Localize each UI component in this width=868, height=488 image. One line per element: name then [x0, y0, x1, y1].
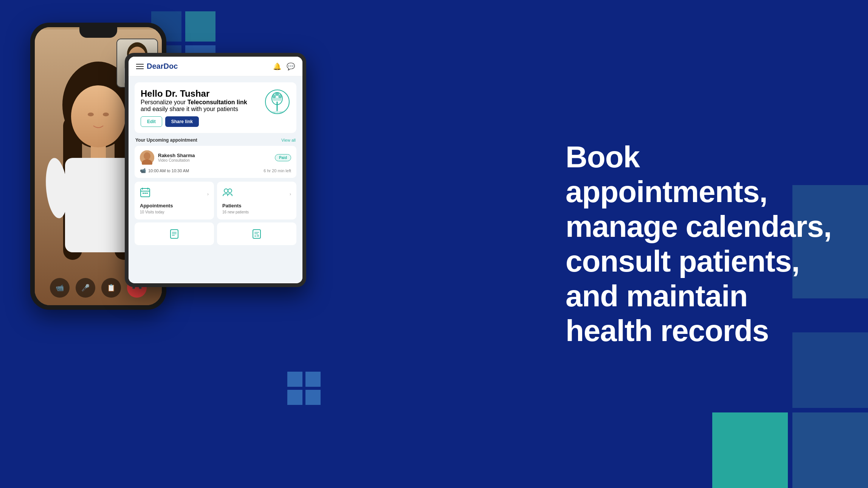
- appt-info: Rakesh Sharma Video Consultation: [158, 153, 195, 162]
- app-body: Hello Dr. Tushar Personalize your Teleco…: [129, 76, 302, 282]
- deco-br-squares: [712, 332, 868, 488]
- logo-name: DearDoc: [147, 62, 178, 70]
- svg-rect-29: [144, 193, 146, 194]
- appt-time-text: 10:00 AM to 10:30 AM: [148, 168, 189, 173]
- records-icon: [169, 229, 179, 239]
- patients-title: Patients: [222, 203, 291, 208]
- svg-rect-28: [143, 193, 144, 194]
- patients-icon: [222, 187, 233, 200]
- calendar-icon: [140, 187, 150, 198]
- chat-icon[interactable]: 💬: [287, 62, 295, 71]
- appt-top: Rakesh Sharma Video Consultation Paid: [140, 150, 291, 165]
- hello-buttons: Edit Share link: [141, 116, 247, 127]
- svg-rect-8: [65, 158, 132, 252]
- video-toggle-btn[interactable]: 📹: [50, 278, 70, 298]
- reports-icon: [252, 229, 262, 239]
- app-logo: DearDoc: [136, 62, 178, 71]
- bell-icon[interactable]: 🔔: [273, 62, 281, 71]
- patients-subtitle: 16 new patients: [222, 210, 291, 214]
- appt-card-top: ›: [140, 187, 209, 201]
- tablet-frame: DearDoc 🔔 💬 Hello Dr. Tushar Personalize…: [125, 53, 306, 287]
- edit-button[interactable]: Edit: [141, 116, 162, 127]
- patient-avatar: [140, 150, 154, 165]
- health-logo: HEALTH CARE: [264, 88, 290, 115]
- appt-avatar: [140, 150, 154, 165]
- health-tree-icon: [268, 90, 287, 111]
- hello-section: Hello Dr. Tushar Personalize your Teleco…: [135, 82, 296, 133]
- patients-arrow: ›: [290, 191, 291, 197]
- hello-text: Hello Dr. Tushar Personalize your Teleco…: [141, 88, 247, 127]
- svg-point-19: [275, 92, 279, 96]
- patients-group-icon: [222, 187, 233, 198]
- tablet-screen: DearDoc 🔔 💬 Hello Dr. Tushar Personalize…: [129, 57, 302, 283]
- mute-btn[interactable]: 🎤: [76, 278, 95, 298]
- appointments-arrow: ›: [207, 191, 209, 197]
- svg-point-22: [144, 152, 150, 160]
- appointments-subtitle: 10 Visits today: [140, 210, 209, 214]
- health-logo-inner: HEALTH CARE: [265, 90, 290, 114]
- tablet-mockup: DearDoc 🔔 💬 Hello Dr. Tushar Personalize…: [125, 53, 306, 287]
- promo-heading: Book appointments, manage calendars, con…: [566, 140, 838, 348]
- clipboard-btn[interactable]: 📋: [101, 278, 121, 298]
- svg-point-20: [278, 94, 282, 98]
- phone-notch: [79, 27, 117, 38]
- line4: and maintain: [566, 279, 747, 313]
- header-icons: 🔔 💬: [273, 62, 295, 71]
- svg-point-5: [71, 85, 126, 147]
- upcoming-header: Your Upcoming appointment View all: [135, 137, 296, 143]
- svg-rect-40: [257, 235, 259, 237]
- patients-card-top: ›: [222, 187, 291, 201]
- feature-grid: › Appointments 10 Visits today: [135, 182, 296, 219]
- health-care-text: HEALTH CARE: [271, 111, 284, 113]
- line5: health records: [566, 314, 769, 347]
- svg-point-31: [224, 189, 228, 193]
- bottom-feature-row: [135, 222, 296, 245]
- svg-point-18: [272, 94, 276, 98]
- bold-link: Teleconsultation link: [188, 99, 247, 105]
- svg-point-6: [88, 113, 94, 116]
- svg-rect-30: [146, 193, 148, 194]
- appt-person: Rakesh Sharma Video Consultation: [140, 150, 195, 165]
- appointment-card: Rakesh Sharma Video Consultation Paid 📹 …: [135, 146, 296, 178]
- paid-badge: Paid: [275, 154, 291, 161]
- description-text: Personalize your Teleconsultation link a…: [141, 99, 247, 113]
- greeting-text: Hello Dr. Tushar: [141, 88, 247, 99]
- appointments-title: Appointments: [140, 203, 209, 208]
- share-link-button[interactable]: Share link: [165, 116, 199, 127]
- svg-point-7: [103, 113, 109, 116]
- time-left-text: 6 hr 20 min left: [264, 168, 291, 173]
- svg-rect-41: [254, 235, 256, 237]
- svg-point-32: [228, 189, 232, 193]
- appointments-feature-card[interactable]: › Appointments 10 Visits today: [135, 182, 214, 219]
- patients-feature-card[interactable]: › Patients 16 new patients: [217, 182, 296, 219]
- appt-time: 📹 10:00 AM to 10:30 AM: [140, 168, 189, 173]
- appointments-icon: [140, 187, 150, 200]
- view-all-link[interactable]: View all: [281, 138, 296, 142]
- hamburger-menu[interactable]: [136, 64, 144, 69]
- upcoming-title: Your Upcoming appointment: [135, 137, 197, 143]
- consult-type: Video Consultation: [158, 158, 195, 162]
- app-header: DearDoc 🔔 💬: [129, 57, 302, 76]
- logo-text: DearDoc: [147, 62, 178, 71]
- appt-bottom: 📹 10:00 AM to 10:30 AM 6 hr 20 min left: [140, 168, 291, 173]
- line3: consult patients,: [566, 244, 800, 278]
- description2-text: and easily share it with your patients: [141, 106, 238, 112]
- line2: manage calendars,: [566, 210, 831, 243]
- video-call-icon: 📹: [140, 168, 146, 173]
- reports-card[interactable]: [217, 222, 296, 245]
- records-card[interactable]: [135, 222, 214, 245]
- deco-cross: [287, 372, 321, 405]
- right-text-section: Book appointments, manage calendars, con…: [566, 140, 838, 348]
- line1: Book appointments,: [566, 140, 767, 208]
- patient-name: Rakesh Sharma: [158, 153, 195, 158]
